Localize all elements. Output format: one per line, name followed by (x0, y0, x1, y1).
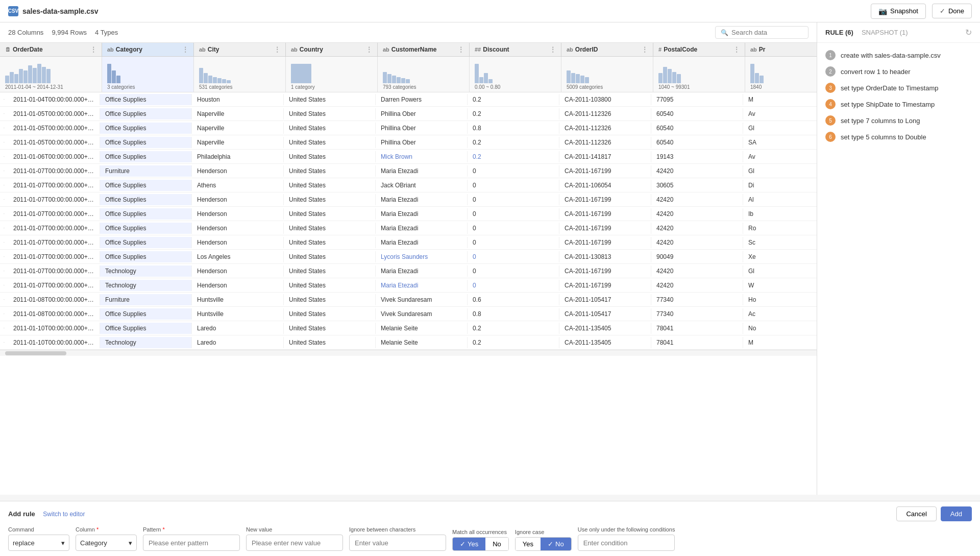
table-row: ·2011-01-07T00:00:00.000+00:00Office Sup… (0, 235, 817, 250)
bar (479, 77, 483, 83)
bar (488, 79, 493, 83)
histogram-pr-bars (750, 63, 817, 83)
table-cell: United States (284, 265, 376, 277)
bar (567, 70, 571, 83)
table-cell: Office Supplies (100, 208, 192, 220)
col-header-pr[interactable]: ab Pr (745, 43, 817, 56)
bar (199, 68, 203, 83)
table-cell: 78041 (651, 337, 743, 348)
rule-item[interactable]: 2convert row 1 to header (817, 63, 980, 80)
table-cell: Technology (100, 265, 192, 277)
histogram-orderdate: 2011-01-04 ~ 2014-12-31 (0, 57, 102, 92)
table-cell: 2011-01-07T00:00:00.000+00:00 (8, 180, 100, 191)
table-cell: 2011-01-06T00:00:00.000+00:00 (8, 151, 100, 162)
rules-list: 1create with sales-data-sample.csv2conve… (817, 43, 980, 495)
table-cell: Athens (192, 180, 284, 191)
table-cell: 2011-01-07T00:00:00.000+00:00 (8, 265, 100, 277)
search-box[interactable] (715, 26, 808, 39)
table-cell: Office Supplies (100, 94, 192, 105)
table-row: ·2011-01-05T00:00:00.000+00:00Office Sup… (0, 121, 817, 135)
table-cell: Furniture (100, 165, 192, 177)
table-cell: 42420 (651, 237, 743, 248)
check-icon (940, 7, 945, 15)
rule-item[interactable]: 4set type ShipDate to Timestamp (817, 96, 980, 112)
table-cell: United States (284, 323, 376, 334)
scrollbar-thumb[interactable] (5, 351, 66, 355)
category-type-icon: ab (107, 46, 114, 53)
col-header-orderdate[interactable]: 🗓 OrderDate ⋮ (0, 43, 102, 56)
bar (19, 69, 23, 83)
table-cell: Ac (743, 308, 817, 320)
table-cell: CA-2011-167199 (559, 223, 651, 234)
table-cell: 0.2 (468, 151, 559, 162)
table-cell: Maria Etezadi (376, 194, 468, 205)
rule-tab[interactable]: RULE (6) (825, 29, 853, 36)
table-cell: United States (284, 194, 376, 205)
table-cell: United States (284, 237, 376, 248)
bar (668, 69, 672, 83)
row-indicator: · (0, 254, 8, 259)
col-header-category[interactable]: ab Category ⋮ (102, 43, 194, 56)
col-header-customername[interactable]: ab CustomerName ⋮ (378, 43, 470, 56)
table-cell: Henderson (192, 165, 284, 177)
search-input[interactable] (731, 29, 803, 36)
row-indicator: · (0, 154, 8, 159)
table-row: ·2011-01-07T00:00:00.000+00:00Office Sup… (0, 221, 817, 235)
table-cell: Darren Powers (376, 94, 468, 105)
type-count: 4 Types (95, 29, 118, 36)
table-row: ·2011-01-05T00:00:00.000+00:00Office Sup… (0, 135, 817, 150)
table-cell: Al (743, 194, 817, 205)
table-cell: Av (743, 151, 817, 162)
col-header-orderid[interactable]: ab OrderID ⋮ (561, 43, 653, 56)
rule-item[interactable]: 1create with sales-data-sample.csv (817, 47, 980, 63)
bar (760, 76, 764, 83)
filename: sales-data-sample.csv (22, 7, 99, 15)
table-cell: 0 (468, 237, 559, 248)
table-cell: CA-2011-167199 (559, 165, 651, 177)
done-button[interactable]: Done (932, 4, 972, 18)
row-indicator: · (0, 311, 8, 317)
table-cell: 2011-01-08T00:00:00.000+00:00 (8, 308, 100, 320)
col-header-postalcode[interactable]: # PostalCode ⋮ (653, 43, 745, 56)
table-cell: Laredo (192, 337, 284, 348)
rule-item[interactable]: 5set type 7 columns to Long (817, 112, 980, 129)
row-indicator: · (0, 139, 8, 145)
snapshot-tab[interactable]: SNAPSHOT (1) (862, 29, 908, 36)
city-type-icon: ab (199, 46, 206, 53)
table-cell: 0 (468, 251, 559, 262)
table-cell: 0.2 (468, 108, 559, 119)
table-cell: Di (743, 180, 817, 191)
file-title-area: CSV sales-data-sample.csv (8, 6, 99, 16)
table-wrapper[interactable]: 🗓 OrderDate ⋮ ab Category ⋮ ab City ⋮ ab… (0, 43, 817, 495)
col-header-discount[interactable]: ## Discount ⋮ (470, 43, 561, 56)
rule-item[interactable]: 3set type OrderDate to Timestamp (817, 80, 980, 96)
bar (672, 72, 676, 83)
table-row: ·2011-01-07T00:00:00.000+00:00Technology… (0, 264, 817, 278)
table-cell: CA-2011-167199 (559, 265, 651, 277)
table-cell: United States (284, 137, 376, 148)
main-container: 28 Columns 9,994 Rows 4 Types 🗓 OrderDat… (0, 22, 980, 495)
table-cell: 77340 (651, 294, 743, 305)
table-cell: 0.8 (468, 308, 559, 320)
table-row: ·2011-01-06T00:00:00.000+00:00Office Sup… (0, 150, 817, 164)
table-cell: Lycoris Saunders (376, 251, 468, 262)
histogram-country-label: 1 category (291, 84, 372, 90)
refresh-icon[interactable]: ↻ (965, 28, 972, 37)
table-cell: 2011-01-07T00:00:00.000+00:00 (8, 208, 100, 220)
table-cell: Los Angeles (192, 251, 284, 262)
bar (107, 64, 111, 83)
customername-drag: ⋮ (458, 46, 464, 53)
rule-item[interactable]: 6set type 5 columns to Double (817, 129, 980, 145)
horizontal-scrollbar[interactable] (0, 350, 817, 356)
data-section: 28 Columns 9,994 Rows 4 Types 🗓 OrderDat… (0, 22, 817, 495)
snapshot-button[interactable]: Snapshot (871, 4, 926, 19)
table-cell: M (743, 337, 817, 348)
bar (580, 76, 584, 83)
col-header-country[interactable]: ab Country ⋮ (286, 43, 378, 56)
customername-label: CustomerName (391, 46, 437, 53)
table-cell: United States (284, 251, 376, 262)
table-cell: 2011-01-04T00:00:00.000+00:00 (8, 94, 100, 105)
table-cell: Melanie Seite (376, 337, 468, 348)
col-header-city[interactable]: ab City ⋮ (194, 43, 286, 56)
table-cell: 0.2 (468, 94, 559, 105)
